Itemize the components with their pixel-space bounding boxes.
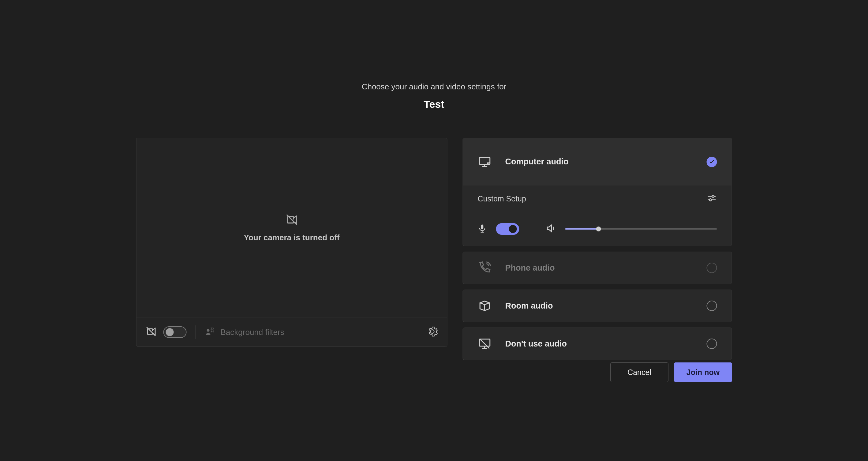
- svg-point-0: [207, 329, 210, 332]
- video-toolbar: Background filters: [136, 317, 447, 346]
- settings-subtitle: Choose your audio and video settings for: [0, 82, 868, 92]
- video-panel: Your camera is turned off Background fil…: [136, 138, 447, 347]
- meeting-title: Test: [0, 98, 868, 110]
- join-now-button[interactable]: Join now: [674, 363, 732, 382]
- camera-icon: [146, 326, 157, 338]
- audio-option-computer[interactable]: Computer audio: [463, 138, 732, 185]
- camera-toggle[interactable]: [163, 326, 187, 338]
- svg-point-2: [487, 162, 490, 165]
- audio-option-room[interactable]: Room audio: [463, 290, 732, 322]
- computer-audio-card: Computer audio Custom Setup: [463, 138, 732, 246]
- background-filters-button[interactable]: Background filters: [204, 326, 420, 339]
- svg-rect-7: [481, 225, 484, 229]
- sliders-icon: [707, 193, 717, 205]
- speaker-icon: [546, 223, 556, 235]
- computer-audio-label: Computer audio: [505, 157, 707, 166]
- audio-option-phone: Phone audio: [463, 252, 732, 284]
- video-settings-button[interactable]: [427, 326, 438, 338]
- custom-setup-section: Custom Setup: [463, 185, 732, 246]
- microphone-icon: [478, 224, 487, 234]
- room-audio-icon: [478, 299, 496, 313]
- video-preview: Your camera is turned off: [136, 138, 447, 317]
- volume-slider[interactable]: [565, 228, 717, 229]
- gear-icon: [427, 326, 438, 337]
- no-audio-icon: [478, 337, 496, 351]
- microphone-toggle[interactable]: [496, 223, 519, 235]
- svg-point-5: [712, 195, 714, 197]
- room-audio-radio: [707, 301, 717, 311]
- cancel-button[interactable]: Cancel: [610, 363, 669, 382]
- svg-point-6: [709, 199, 712, 201]
- background-filters-icon: [204, 326, 215, 339]
- computer-audio-icon: [478, 155, 496, 169]
- background-filters-label: Background filters: [221, 328, 284, 337]
- no-audio-label: Don't use audio: [505, 339, 707, 349]
- custom-setup-row[interactable]: Custom Setup: [478, 185, 717, 214]
- custom-setup-label: Custom Setup: [478, 194, 526, 203]
- phone-audio-icon: [478, 261, 496, 275]
- camera-off-message: Your camera is turned off: [244, 233, 339, 242]
- phone-audio-label: Phone audio: [505, 263, 707, 273]
- no-audio-radio: [707, 339, 717, 349]
- audio-panel: Computer audio Custom Setup: [463, 138, 732, 360]
- computer-audio-radio: [707, 157, 717, 167]
- phone-audio-radio: [707, 263, 717, 273]
- camera-off-icon: [285, 213, 298, 227]
- audio-option-none[interactable]: Don't use audio: [463, 328, 732, 360]
- room-audio-label: Room audio: [505, 301, 707, 311]
